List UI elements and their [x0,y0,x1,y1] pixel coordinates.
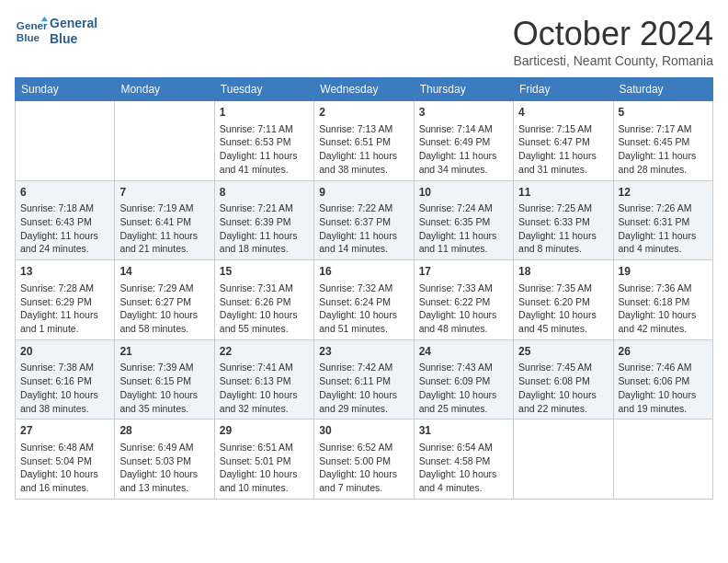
cell-text: Sunset: 6:47 PM [518,135,608,149]
calendar-cell: 28Sunrise: 6:49 AMSunset: 5:03 PMDayligh… [115,419,214,500]
cell-text: Sunrise: 7:22 AM [319,201,408,215]
day-number: 26 [619,344,708,360]
calendar-cell: 2Sunrise: 7:13 AMSunset: 6:51 PMDaylight… [314,101,414,181]
day-number: 13 [20,264,109,280]
day-number: 6 [20,185,109,201]
calendar-week-row: 13Sunrise: 7:28 AMSunset: 6:29 PMDayligh… [16,260,713,340]
day-number: 10 [419,185,508,201]
calendar-cell: 26Sunrise: 7:46 AMSunset: 6:06 PMDayligh… [613,339,712,419]
cell-text: Sunrise: 7:38 AM [20,361,109,374]
calendar-cell: 17Sunrise: 7:33 AMSunset: 6:22 PMDayligh… [414,260,513,340]
cell-text: Sunrise: 7:29 AM [119,282,209,295]
cell-text: Sunrise: 7:35 AM [518,282,608,295]
calendar-cell: 23Sunrise: 7:42 AMSunset: 6:11 PMDayligh… [314,339,414,419]
day-number: 7 [119,185,209,201]
day-number: 19 [619,264,708,280]
cell-text: Daylight: 10 hours and 51 minutes. [319,308,408,335]
cell-text: Daylight: 11 hours and 4 minutes. [619,229,708,256]
cell-text: Sunrise: 7:32 AM [319,282,408,295]
day-number: 28 [119,423,209,439]
cell-text: Sunrise: 7:33 AM [419,282,508,295]
weekday-header: Saturday [613,78,712,101]
location-subtitle: Barticesti, Neamt County, Romania [513,53,713,68]
cell-text: Sunset: 6:15 PM [119,374,209,388]
calendar-cell [115,101,214,181]
cell-text: Sunset: 6:31 PM [619,215,708,229]
cell-text: Sunset: 6:33 PM [518,215,608,229]
cell-text: Sunrise: 7:17 AM [619,122,708,136]
month-title: October 2024 [513,15,713,53]
cell-text: Sunset: 6:24 PM [319,295,408,309]
cell-text: Sunrise: 7:26 AM [619,201,708,215]
calendar-cell: 5Sunrise: 7:17 AMSunset: 6:45 PMDaylight… [613,101,712,181]
cell-text: Daylight: 11 hours and 38 minutes. [319,149,408,176]
cell-text: Sunrise: 6:48 AM [20,441,109,454]
cell-text: Sunrise: 7:43 AM [419,361,508,374]
calendar-cell: 18Sunrise: 7:35 AMSunset: 6:20 PMDayligh… [514,260,613,340]
cell-text: Sunset: 6:37 PM [319,215,408,229]
cell-text: Sunset: 6:16 PM [20,374,109,388]
day-number: 11 [518,185,608,201]
cell-text: Sunset: 6:22 PM [419,295,508,309]
cell-text: Daylight: 10 hours and 13 minutes. [119,467,209,494]
cell-text: Sunrise: 7:18 AM [20,201,109,215]
cell-text: Sunrise: 7:14 AM [419,122,508,136]
weekday-header: Thursday [414,78,513,101]
calendar-cell: 8Sunrise: 7:21 AMSunset: 6:39 PMDaylight… [214,180,313,260]
calendar-week-row: 20Sunrise: 7:38 AMSunset: 6:16 PMDayligh… [16,339,713,419]
cell-text: Sunrise: 7:25 AM [518,201,608,215]
cell-text: Daylight: 11 hours and 24 minutes. [20,229,109,256]
day-number: 4 [518,105,608,121]
cell-text: Daylight: 11 hours and 41 minutes. [220,149,309,176]
logo: General Blue General Blue [15,15,97,48]
cell-text: Sunrise: 7:19 AM [119,201,209,215]
cell-text: Daylight: 10 hours and 10 minutes. [220,467,309,494]
cell-text: Sunset: 6:06 PM [619,374,708,388]
calendar-cell: 30Sunrise: 6:52 AMSunset: 5:00 PMDayligh… [314,419,414,500]
cell-text: Sunset: 6:43 PM [20,215,109,229]
logo-icon: General Blue [15,15,48,48]
day-number: 24 [419,344,508,360]
cell-text: Daylight: 10 hours and 45 minutes. [518,308,608,335]
day-number: 20 [20,344,109,360]
day-number: 15 [220,264,309,280]
calendar-cell [613,419,712,500]
day-number: 18 [518,264,608,280]
cell-text: Daylight: 11 hours and 14 minutes. [319,229,408,256]
cell-text: Sunset: 6:11 PM [319,374,408,388]
weekday-header: Wednesday [314,78,414,101]
day-number: 23 [319,344,408,360]
cell-text: Daylight: 10 hours and 58 minutes. [119,308,209,335]
day-number: 22 [220,344,309,360]
weekday-header: Sunday [16,78,115,101]
calendar-cell [16,101,115,181]
weekday-header: Monday [115,78,214,101]
calendar-cell: 6Sunrise: 7:18 AMSunset: 6:43 PMDaylight… [16,180,115,260]
cell-text: Sunrise: 7:11 AM [220,122,309,136]
weekday-header-row: SundayMondayTuesdayWednesdayThursdayFrid… [16,78,713,101]
cell-text: Sunset: 5:00 PM [319,454,408,468]
day-number: 8 [220,185,309,201]
calendar-cell: 10Sunrise: 7:24 AMSunset: 6:35 PMDayligh… [414,180,513,260]
day-number: 31 [419,423,508,439]
cell-text: Sunset: 6:53 PM [220,135,309,149]
day-number: 27 [20,423,109,439]
cell-text: Sunset: 6:13 PM [220,374,309,388]
calendar-cell: 12Sunrise: 7:26 AMSunset: 6:31 PMDayligh… [613,180,712,260]
day-number: 3 [419,105,508,121]
calendar-cell: 31Sunrise: 6:54 AMSunset: 4:58 PMDayligh… [414,419,513,500]
calendar-cell: 1Sunrise: 7:11 AMSunset: 6:53 PMDaylight… [214,101,313,181]
cell-text: Daylight: 11 hours and 31 minutes. [518,149,608,176]
calendar-cell [514,419,613,500]
calendar-week-row: 6Sunrise: 7:18 AMSunset: 6:43 PMDaylight… [16,180,713,260]
cell-text: Sunrise: 7:21 AM [220,201,309,215]
title-block: October 2024 Barticesti, Neamt County, R… [513,15,713,68]
cell-text: Daylight: 11 hours and 8 minutes. [518,229,608,256]
cell-text: Sunrise: 7:41 AM [220,361,309,374]
svg-text:Blue: Blue [17,31,40,43]
day-number: 21 [119,344,209,360]
cell-text: Sunset: 6:08 PM [518,374,608,388]
calendar-cell: 14Sunrise: 7:29 AMSunset: 6:27 PMDayligh… [115,260,214,340]
cell-text: Sunset: 5:01 PM [220,454,309,468]
day-number: 1 [220,105,309,121]
